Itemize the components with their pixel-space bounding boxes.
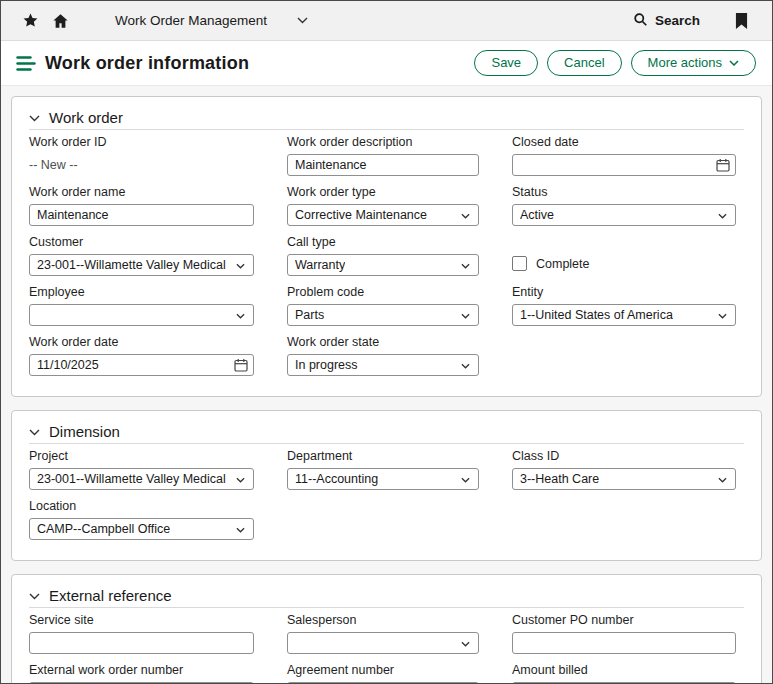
select-value: Corrective Maintenance: [295, 208, 427, 222]
problem-code-select[interactable]: Parts: [287, 304, 479, 326]
field-label: Work order type: [287, 185, 479, 199]
status-select[interactable]: Active: [512, 204, 736, 226]
field-label: Work order name: [29, 185, 254, 199]
dimension-fields: Project 23-001--Willamette Valley Medica…: [29, 444, 744, 544]
customer-select[interactable]: 23-001--Willamette Valley Medical: [29, 254, 254, 276]
chevron-down-icon: [236, 263, 245, 269]
field-label: Amount billed: [512, 663, 736, 677]
calendar-icon[interactable]: [234, 358, 248, 372]
select-value: Warranty: [295, 258, 345, 272]
chevron-down-icon: [718, 477, 727, 483]
employee-select[interactable]: [29, 304, 254, 326]
select-value: 11--Accounting: [295, 472, 378, 486]
field-label: Work order ID: [29, 135, 254, 149]
section-title: External reference: [49, 587, 172, 604]
work-order-type-select[interactable]: Corrective Maintenance: [287, 204, 479, 226]
work-order-fields: Work order ID -- New -- Work order descr…: [29, 130, 744, 380]
field-amount-billed: Amount billed: [512, 663, 736, 683]
amount-billed-input[interactable]: [512, 682, 736, 683]
chevron-down-icon: [236, 527, 245, 533]
external-reference-section-header[interactable]: External reference: [29, 583, 744, 608]
chevron-down-icon: [461, 641, 470, 647]
field-work-order-id: Work order ID -- New --: [29, 135, 254, 180]
external-reference-section: External reference Service site Salesper…: [11, 574, 762, 683]
chevron-down-icon: [461, 213, 470, 219]
department-select[interactable]: 11--Accounting: [287, 468, 479, 490]
field-location: Location CAMP--Campbell Office: [29, 499, 254, 544]
field-label: Problem code: [287, 285, 479, 299]
collapse-chevron-icon: [29, 593, 40, 600]
empty-cell: [287, 499, 479, 544]
chevron-down-icon: [461, 477, 470, 483]
field-external-work-order-number: External work order number: [29, 663, 254, 683]
field-label: Customer: [29, 235, 254, 249]
search-label: Search: [655, 13, 700, 28]
field-call-type: Call type Warranty: [287, 235, 479, 280]
work-order-state-select[interactable]: In progress: [287, 354, 479, 376]
field-label: External work order number: [29, 663, 254, 677]
application-switcher[interactable]: Work Order Management: [115, 13, 308, 28]
chevron-down-icon: [718, 313, 727, 319]
service-site-input[interactable]: [29, 632, 254, 654]
work-order-section-header[interactable]: Work order: [29, 105, 744, 130]
agreement-number-input[interactable]: [287, 682, 479, 683]
field-label: Agreement number: [287, 663, 479, 677]
field-status: Status Active: [512, 185, 736, 230]
application-name: Work Order Management: [115, 13, 267, 28]
chevron-down-icon: [461, 313, 470, 319]
field-label: Call type: [287, 235, 479, 249]
chevron-down-icon: [236, 477, 245, 483]
select-value: 23-001--Willamette Valley Medical: [37, 258, 226, 272]
field-problem-code: Problem code Parts: [287, 285, 479, 330]
salesperson-select[interactable]: [287, 632, 479, 654]
work-order-date-input[interactable]: [29, 354, 254, 376]
field-label: Class ID: [512, 449, 736, 463]
chevron-down-icon: [461, 363, 470, 369]
empty-cell: [512, 335, 736, 380]
class-id-select[interactable]: 3--Heath Care: [512, 468, 736, 490]
field-employee: Employee: [29, 285, 254, 330]
field-complete: Complete: [512, 235, 736, 280]
external-work-order-number-input[interactable]: [29, 682, 254, 683]
calendar-icon[interactable]: [716, 158, 730, 172]
more-actions-button[interactable]: More actions: [631, 50, 756, 76]
dimension-section-header[interactable]: Dimension: [29, 419, 744, 444]
field-label: Work order date: [29, 335, 254, 349]
location-select[interactable]: CAMP--Campbell Office: [29, 518, 254, 540]
work-order-name-input[interactable]: [29, 204, 254, 226]
field-label: Department: [287, 449, 479, 463]
bookmark-icon[interactable]: [726, 6, 756, 36]
global-search[interactable]: Search: [633, 12, 700, 30]
save-button[interactable]: Save: [474, 50, 538, 76]
closed-date-input[interactable]: [512, 154, 736, 176]
complete-checkbox[interactable]: [512, 256, 527, 271]
field-entity: Entity 1--United States of America: [512, 285, 736, 330]
field-label: Salesperson: [287, 613, 479, 627]
complete-checkbox-row[interactable]: Complete: [512, 256, 736, 271]
customer-po-number-input[interactable]: [512, 632, 736, 654]
list-menu-icon[interactable]: [13, 50, 39, 76]
work-order-section: Work order Work order ID -- New -- Work …: [11, 96, 762, 397]
project-select[interactable]: 23-001--Willamette Valley Medical: [29, 468, 254, 490]
save-button-label: Save: [491, 55, 521, 71]
home-icon[interactable]: [45, 6, 75, 36]
search-icon: [633, 12, 648, 30]
select-value: In progress: [295, 358, 358, 372]
select-value: CAMP--Campbell Office: [37, 522, 170, 536]
work-order-description-input[interactable]: [287, 154, 479, 176]
field-department: Department 11--Accounting: [287, 449, 479, 494]
field-label: Customer PO number: [512, 613, 736, 627]
favorites-star-icon[interactable]: [15, 6, 45, 36]
entity-select[interactable]: 1--United States of America: [512, 304, 736, 326]
field-project: Project 23-001--Willamette Valley Medica…: [29, 449, 254, 494]
form-content: Work order Work order ID -- New -- Work …: [1, 86, 772, 683]
field-label: Service site: [29, 613, 254, 627]
field-class-id: Class ID 3--Heath Care: [512, 449, 736, 494]
field-label: Employee: [29, 285, 254, 299]
work-order-id-value: -- New --: [29, 154, 254, 176]
select-value: Active: [520, 208, 554, 222]
field-label: Location: [29, 499, 254, 513]
select-value: 23-001--Willamette Valley Medical: [37, 472, 226, 486]
call-type-select[interactable]: Warranty: [287, 254, 479, 276]
cancel-button[interactable]: Cancel: [547, 50, 621, 76]
